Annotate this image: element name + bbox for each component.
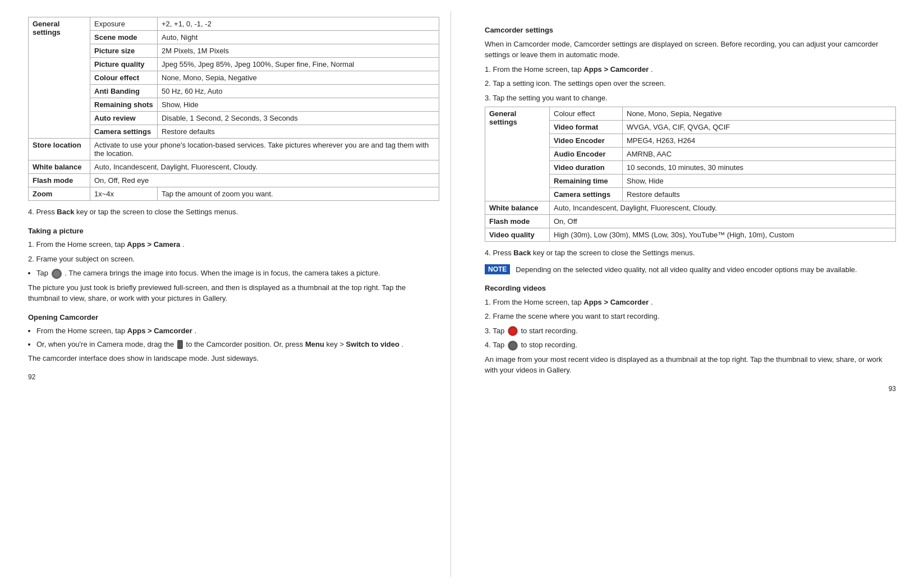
page-container: General settings Exposure +2, +1, 0, -1,… <box>0 0 924 588</box>
store-location-desc: Activate to use your phone's location-ba… <box>90 139 439 160</box>
right-flash-mode-desc: On, Off <box>550 215 896 228</box>
scene-mode-label: Scene mode <box>90 31 158 44</box>
right-white-balance-label: White balance <box>485 201 550 215</box>
anti-banding-value: 50 Hz, 60 Hz, Auto <box>158 85 439 98</box>
opening-bullet2: Or, when you're in Camera mode, drag the… <box>36 339 439 350</box>
video-quality-label: Video quality <box>485 228 550 242</box>
taking-para: The picture you just took is briefly pre… <box>28 282 439 304</box>
remaining-shots-value: Show, Hide <box>158 98 439 112</box>
rec-step1: 1. From the Home screen, tap Apps > Camc… <box>485 297 896 308</box>
right-general-settings-label: General settings <box>485 107 550 201</box>
taking-step3-item: Tap . The camera brings the image into f… <box>36 268 439 279</box>
remaining-shots-label: Remaining shots <box>90 98 158 112</box>
anti-banding-label: Anti Banding <box>90 85 158 98</box>
zoom-label: Zoom <box>29 187 90 201</box>
flash-mode-desc: On, Off, Red eye <box>90 174 439 187</box>
opening-switch-bold: Switch to video <box>346 340 399 348</box>
taking-step2: 2. Frame your subject on screen. <box>28 254 439 265</box>
exposure-value: +2, +1, 0, -1, -2 <box>158 17 439 31</box>
camera-settings-value: Restore defaults <box>158 125 439 139</box>
recording-heading: Recording videos <box>485 283 896 294</box>
rec-para: An image from your most recent video is … <box>485 354 896 376</box>
zoom-desc: Tap the amount of zoom you want. <box>158 187 439 201</box>
colour-effect-label: Colour effect <box>90 71 158 85</box>
video-encoder-value: MPEG4, H263, H264 <box>623 134 896 148</box>
opening-bullet1-bold: Apps > Camcorder <box>127 327 192 335</box>
taking-step1: 1. From the Home screen, tap Apps > Came… <box>28 239 439 250</box>
camcorder-heading: Camcorder settings <box>485 25 896 36</box>
right-flash-mode-label: Flash mode <box>485 215 550 228</box>
right-step3: 3. Tap the setting you want to change. <box>485 93 896 104</box>
remaining-time-value: Show, Hide <box>623 174 896 188</box>
camcorder-settings-table: General settings Colour effect None, Mon… <box>485 107 896 242</box>
right-step1: 1. From the Home screen, tap Apps > Camc… <box>485 64 896 75</box>
right-column: Camcorder settings When in Camcorder mod… <box>474 11 907 577</box>
auto-review-value: Disable, 1 Second, 2 Seconds, 3 Seconds <box>158 112 439 125</box>
video-quality-desc: High (30m), Low (30m), MMS (Low, 30s), Y… <box>550 228 896 242</box>
page-number-left: 92 <box>28 373 35 381</box>
right-step4-para: 4. Press Back key or tap the screen to c… <box>485 247 896 259</box>
note-box: NOTE Depending on the selected video qua… <box>485 264 896 275</box>
right-white-balance-desc: Auto, Incandescent, Daylight, Fluorescen… <box>550 201 896 215</box>
picture-quality-value: Jpeg 55%, Jpeg 85%, Jpeg 100%, Super fin… <box>158 58 439 71</box>
cam-camera-settings-label: Camera settings <box>550 188 623 201</box>
opening-para: The camcorder interface does show in lan… <box>28 353 439 364</box>
note-text: Depending on the selected video quality,… <box>516 264 857 275</box>
cam-camera-settings-value: Restore defaults <box>623 188 896 201</box>
page-number-right: 93 <box>889 385 896 393</box>
taking-heading: Taking a picture <box>28 226 439 237</box>
rec-step4: 4. Tap to stop recording. <box>485 339 896 351</box>
general-settings-label: General settings <box>29 17 90 139</box>
picture-size-value: 2M Pixels, 1M Pixels <box>158 44 439 58</box>
exposure-label: Exposure <box>90 17 158 31</box>
scene-mode-value: Auto, Night <box>158 31 439 44</box>
opening-bullets: From the Home screen, tap Apps > Camcord… <box>36 325 439 350</box>
left-column: General settings Exposure +2, +1, 0, -1,… <box>17 11 451 577</box>
colour-effect-cam-value: None, Mono, Sepia, Negative <box>623 107 896 121</box>
general-settings-table: General settings Exposure +2, +1, 0, -1,… <box>28 17 439 201</box>
right-step1-bold: Apps > Camcorder <box>583 65 649 74</box>
audio-encoder-value: AMRNB, AAC <box>623 148 896 161</box>
video-duration-value: 10 seconds, 10 minutes, 30 minutes <box>623 161 896 174</box>
camera-icon <box>52 269 62 279</box>
video-duration-label: Video duration <box>550 161 623 174</box>
video-format-label: Video format <box>550 121 623 134</box>
opening-bullet1: From the Home screen, tap Apps > Camcord… <box>36 325 439 337</box>
taking-step1-bold: Apps > Camera <box>127 240 180 249</box>
camera-settings-label: Camera settings <box>90 125 158 139</box>
right-step2: 2. Tap a setting icon. The settings open… <box>485 78 896 89</box>
picture-quality-label: Picture quality <box>90 58 158 71</box>
store-location-label: Store location <box>29 139 90 160</box>
opening-heading: Opening Camcorder <box>28 312 439 323</box>
video-format-value: WVGA, VGA, CIF, QVGA, QCIF <box>623 121 896 134</box>
opening-menu-bold: Menu <box>305 340 324 348</box>
zoom-value: 1x~4x <box>90 187 158 201</box>
auto-review-label: Auto review <box>90 112 158 125</box>
step4-bold: Back <box>57 208 74 216</box>
taking-step3-list: Tap . The camera brings the image into f… <box>36 268 439 279</box>
rec-step1-bold: Apps > Camcorder <box>583 298 649 306</box>
audio-encoder-label: Audio Encoder <box>550 148 623 161</box>
picture-size-label: Picture size <box>90 44 158 58</box>
note-label: NOTE <box>485 264 510 274</box>
record-start-icon <box>508 326 518 336</box>
right-step4-bold: Back <box>513 249 531 257</box>
flash-mode-label: Flash mode <box>29 174 90 187</box>
rec-step3: 3. Tap to start recording. <box>485 325 896 337</box>
drag-icon <box>177 340 183 349</box>
step4-para: 4. Press Back key or tap the screen to c… <box>28 206 439 218</box>
rec-step2: 2. Frame the scene where you want to sta… <box>485 311 896 322</box>
record-stop-icon <box>508 341 518 351</box>
white-balance-label: White balance <box>29 160 90 174</box>
colour-effect-value: None, Mono, Sepia, Negative <box>158 71 439 85</box>
right-page-footer: 93 <box>485 379 896 393</box>
camcorder-intro: When in Camcorder mode, Camcorder settin… <box>485 39 896 61</box>
left-page-footer: 92 <box>28 368 439 381</box>
colour-effect-cam-label: Colour effect <box>550 107 623 121</box>
video-encoder-label: Video Encoder <box>550 134 623 148</box>
white-balance-desc: Auto, Incandescent, Daylight, Fluorescen… <box>90 160 439 174</box>
step4-rest: key or tap the screen to close the Setti… <box>76 208 238 216</box>
remaining-time-label: Remaining time <box>550 174 623 188</box>
